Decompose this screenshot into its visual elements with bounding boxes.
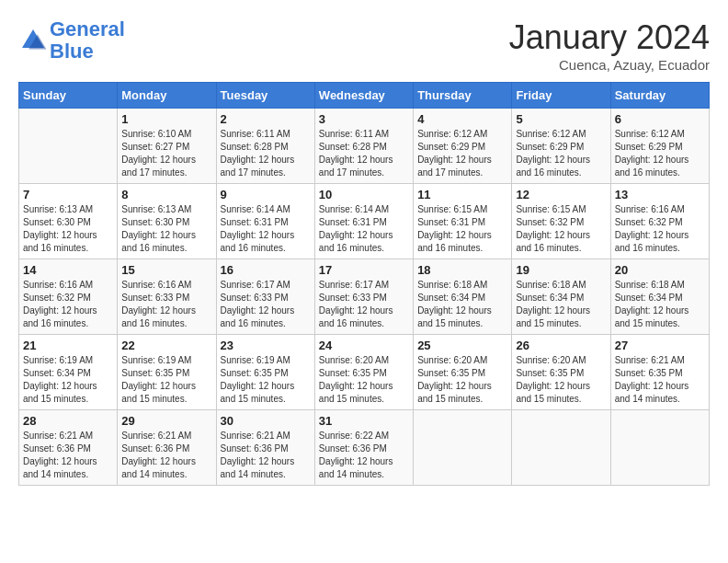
day-number: 22: [121, 339, 211, 352]
day-cell: 2Sunrise: 6:11 AMSunset: 6:28 PMDaylight…: [216, 109, 314, 184]
day-info: Sunrise: 6:13 AMSunset: 6:30 PMDaylight:…: [23, 203, 113, 255]
col-friday: Friday: [512, 83, 610, 109]
day-cell: 29Sunrise: 6:21 AMSunset: 6:36 PMDayligh…: [118, 410, 216, 486]
day-number: 4: [417, 112, 507, 126]
day-cell: [512, 410, 610, 486]
day-number: 26: [516, 339, 606, 352]
day-number: 12: [516, 188, 606, 201]
day-cell: 14Sunrise: 6:16 AMSunset: 6:32 PMDayligh…: [19, 259, 118, 335]
day-info: Sunrise: 6:20 AMSunset: 6:35 PMDaylight:…: [319, 354, 409, 406]
day-info: Sunrise: 6:11 AMSunset: 6:28 PMDaylight:…: [221, 128, 311, 179]
day-info: Sunrise: 6:20 AMSunset: 6:35 PMDaylight:…: [417, 354, 507, 406]
col-tuesday: Tuesday: [216, 83, 314, 109]
day-number: 31: [319, 414, 409, 428]
col-wednesday: Wednesday: [314, 83, 413, 109]
day-cell: 8Sunrise: 6:13 AMSunset: 6:30 PMDaylight…: [118, 184, 216, 259]
day-cell: 6Sunrise: 6:12 AMSunset: 6:29 PMDaylight…: [610, 109, 709, 184]
day-cell: [610, 410, 709, 486]
day-cell: 5Sunrise: 6:12 AMSunset: 6:29 PMDaylight…: [512, 109, 610, 184]
day-cell: 17Sunrise: 6:17 AMSunset: 6:33 PMDayligh…: [314, 259, 413, 335]
day-number: 29: [121, 414, 211, 428]
day-number: 16: [221, 263, 311, 277]
logo: General Blue: [18, 18, 125, 63]
day-info: Sunrise: 6:21 AMSunset: 6:36 PMDaylight:…: [23, 430, 113, 481]
week-row-1: 7Sunrise: 6:13 AMSunset: 6:30 PMDaylight…: [19, 184, 710, 259]
title-section: January 2024 Cuenca, Azuay, Ecuador: [509, 18, 710, 73]
day-cell: 23Sunrise: 6:19 AMSunset: 6:35 PMDayligh…: [216, 335, 314, 410]
day-info: Sunrise: 6:21 AMSunset: 6:35 PMDaylight:…: [615, 354, 705, 406]
day-number: 21: [23, 339, 113, 352]
day-number: 5: [516, 112, 606, 126]
day-info: Sunrise: 6:15 AMSunset: 6:31 PMDaylight:…: [417, 203, 507, 255]
day-number: 27: [615, 339, 705, 352]
day-number: 13: [615, 188, 705, 201]
day-info: Sunrise: 6:16 AMSunset: 6:33 PMDaylight:…: [121, 279, 211, 330]
day-cell: 31Sunrise: 6:22 AMSunset: 6:36 PMDayligh…: [314, 410, 413, 486]
day-cell: 20Sunrise: 6:18 AMSunset: 6:34 PMDayligh…: [610, 259, 709, 335]
month-title: January 2024: [509, 18, 710, 57]
day-cell: 3Sunrise: 6:11 AMSunset: 6:28 PMDaylight…: [314, 109, 413, 184]
day-cell: 18Sunrise: 6:18 AMSunset: 6:34 PMDayligh…: [414, 259, 512, 335]
day-number: 6: [615, 112, 705, 126]
day-number: 17: [319, 263, 409, 277]
day-info: Sunrise: 6:12 AMSunset: 6:29 PMDaylight:…: [516, 128, 606, 179]
col-sunday: Sunday: [19, 83, 118, 109]
day-number: 25: [417, 339, 507, 352]
day-info: Sunrise: 6:12 AMSunset: 6:29 PMDaylight:…: [615, 128, 705, 179]
day-cell: 27Sunrise: 6:21 AMSunset: 6:35 PMDayligh…: [610, 335, 709, 410]
day-number: 24: [319, 339, 409, 352]
day-cell: 12Sunrise: 6:15 AMSunset: 6:32 PMDayligh…: [512, 184, 610, 259]
day-info: Sunrise: 6:14 AMSunset: 6:31 PMDaylight:…: [319, 203, 409, 255]
day-info: Sunrise: 6:10 AMSunset: 6:27 PMDaylight:…: [121, 128, 211, 179]
day-number: 10: [319, 188, 409, 201]
day-info: Sunrise: 6:11 AMSunset: 6:28 PMDaylight:…: [319, 128, 409, 179]
logo-text: General Blue: [50, 18, 125, 63]
page-header: General Blue January 2024 Cuenca, Azuay,…: [18, 18, 710, 73]
day-cell: 16Sunrise: 6:17 AMSunset: 6:33 PMDayligh…: [216, 259, 314, 335]
day-info: Sunrise: 6:19 AMSunset: 6:35 PMDaylight:…: [221, 354, 311, 406]
day-number: 3: [319, 112, 409, 126]
calendar-table: Sunday Monday Tuesday Wednesday Thursday…: [18, 82, 710, 486]
day-number: 19: [516, 263, 606, 277]
day-number: 23: [221, 339, 311, 352]
day-cell: 26Sunrise: 6:20 AMSunset: 6:35 PMDayligh…: [512, 335, 610, 410]
day-cell: 4Sunrise: 6:12 AMSunset: 6:29 PMDaylight…: [414, 109, 512, 184]
day-number: 7: [23, 188, 113, 201]
day-info: Sunrise: 6:15 AMSunset: 6:32 PMDaylight:…: [516, 203, 606, 255]
day-number: 30: [221, 414, 311, 428]
day-number: 1: [121, 112, 211, 126]
day-cell: 10Sunrise: 6:14 AMSunset: 6:31 PMDayligh…: [314, 184, 413, 259]
day-info: Sunrise: 6:14 AMSunset: 6:31 PMDaylight:…: [221, 203, 311, 255]
weekday-row: Sunday Monday Tuesday Wednesday Thursday…: [19, 83, 710, 109]
day-info: Sunrise: 6:22 AMSunset: 6:36 PMDaylight:…: [319, 430, 409, 481]
day-cell: 22Sunrise: 6:19 AMSunset: 6:35 PMDayligh…: [118, 335, 216, 410]
week-row-3: 21Sunrise: 6:19 AMSunset: 6:34 PMDayligh…: [19, 335, 710, 410]
day-number: 20: [615, 263, 705, 277]
day-number: 14: [23, 263, 113, 277]
day-number: 8: [121, 188, 211, 201]
day-info: Sunrise: 6:16 AMSunset: 6:32 PMDaylight:…: [23, 279, 113, 330]
day-cell: 25Sunrise: 6:20 AMSunset: 6:35 PMDayligh…: [414, 335, 512, 410]
location-subtitle: Cuenca, Azuay, Ecuador: [509, 57, 710, 73]
day-number: 15: [121, 263, 211, 277]
day-info: Sunrise: 6:12 AMSunset: 6:29 PMDaylight:…: [417, 128, 507, 179]
calendar-header: Sunday Monday Tuesday Wednesday Thursday…: [19, 83, 710, 109]
day-info: Sunrise: 6:21 AMSunset: 6:36 PMDaylight:…: [221, 430, 311, 481]
day-number: 28: [23, 414, 113, 428]
day-number: 18: [417, 263, 507, 277]
week-row-4: 28Sunrise: 6:21 AMSunset: 6:36 PMDayligh…: [19, 410, 710, 486]
week-row-0: 1Sunrise: 6:10 AMSunset: 6:27 PMDaylight…: [19, 109, 710, 184]
day-info: Sunrise: 6:21 AMSunset: 6:36 PMDaylight:…: [121, 430, 211, 481]
day-cell: 24Sunrise: 6:20 AMSunset: 6:35 PMDayligh…: [314, 335, 413, 410]
day-info: Sunrise: 6:20 AMSunset: 6:35 PMDaylight:…: [516, 354, 606, 406]
day-info: Sunrise: 6:17 AMSunset: 6:33 PMDaylight:…: [221, 279, 311, 330]
day-info: Sunrise: 6:19 AMSunset: 6:35 PMDaylight:…: [121, 354, 211, 406]
day-info: Sunrise: 6:16 AMSunset: 6:32 PMDaylight:…: [615, 203, 705, 255]
day-cell: 19Sunrise: 6:18 AMSunset: 6:34 PMDayligh…: [512, 259, 610, 335]
week-row-2: 14Sunrise: 6:16 AMSunset: 6:32 PMDayligh…: [19, 259, 710, 335]
day-cell: 15Sunrise: 6:16 AMSunset: 6:33 PMDayligh…: [118, 259, 216, 335]
day-cell: 1Sunrise: 6:10 AMSunset: 6:27 PMDaylight…: [118, 109, 216, 184]
col-monday: Monday: [118, 83, 216, 109]
day-number: 2: [221, 112, 311, 126]
col-saturday: Saturday: [610, 83, 709, 109]
